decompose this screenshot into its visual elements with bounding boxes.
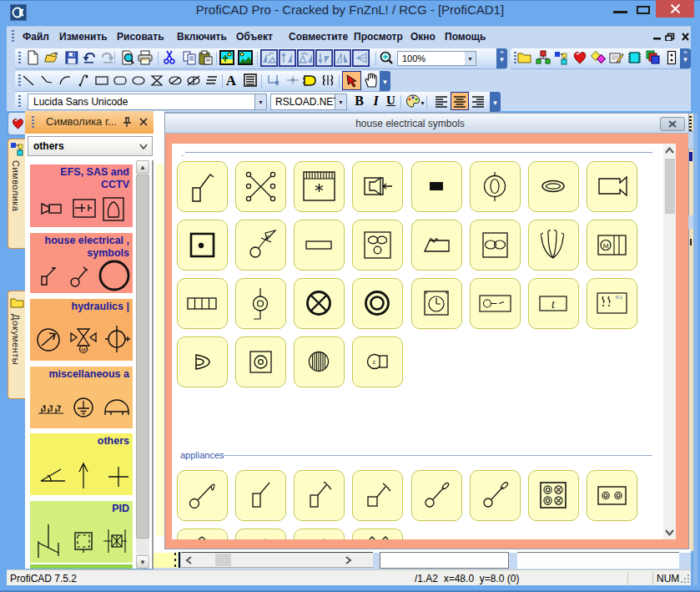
svg-text:M: M [603, 242, 609, 250]
svg-text:c: c [373, 359, 376, 365]
svg-text:M: M [82, 347, 86, 352]
svg-text:t: t [551, 298, 556, 311]
svg-text:N 1: N 1 [616, 295, 622, 300]
